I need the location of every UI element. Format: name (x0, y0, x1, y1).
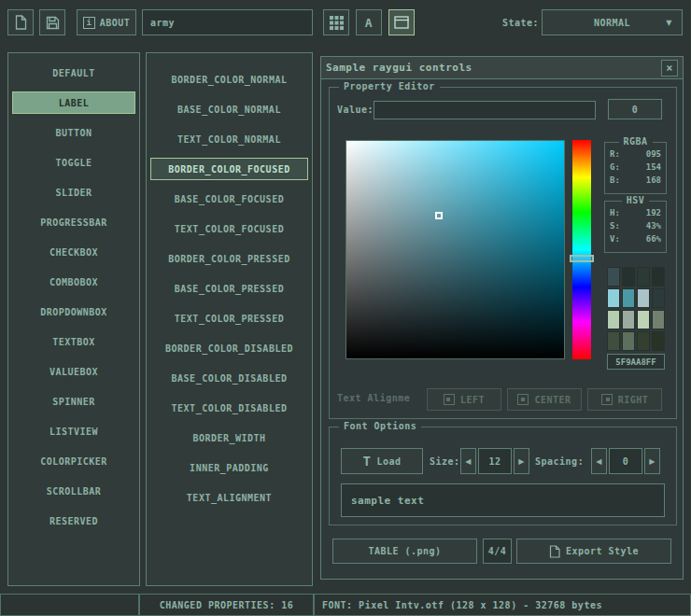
property-item-inner_padding[interactable]: INNER_PADDING (150, 456, 308, 479)
hex-value-box[interactable]: 5F9AA8FF (607, 354, 665, 370)
color-swatch[interactable] (607, 331, 620, 351)
font-load-label: Load (376, 456, 401, 467)
font-icon: A (365, 16, 373, 30)
state-dropdown[interactable]: NORMAL ▼ (542, 9, 683, 35)
property-item-border_width[interactable]: BORDER_WIDTH (150, 427, 308, 449)
picker-cursor[interactable] (435, 212, 443, 219)
window-titlebar[interactable]: Sample raygui controls × (321, 57, 683, 79)
hue-slider-handle[interactable] (570, 255, 594, 262)
property-item-base_color_pressed[interactable]: BASE_COLOR_PRESSED (150, 277, 308, 300)
color-swatch[interactable] (622, 310, 635, 329)
size-value-box[interactable]: 12 (478, 448, 512, 474)
control-item-checkbox[interactable]: CHECKBOX (12, 241, 135, 263)
color-swatch[interactable] (652, 310, 665, 329)
grid-view-button[interactable] (323, 9, 349, 35)
control-item-textbox[interactable]: TEXTBOX (12, 330, 135, 353)
color-picker[interactable] (346, 140, 565, 359)
font-options-group: Font Options T Load Size: ◀ 12 ▶ Spacing… (329, 427, 677, 525)
arrow-right-icon: ▶ (649, 457, 656, 466)
property-item-text_color_focused[interactable]: TEXT_COLOR_FOCUSED (150, 217, 308, 240)
save-style-button[interactable] (39, 9, 65, 35)
swatch-grid (607, 267, 665, 351)
export-style-label: Export Style (566, 546, 639, 556)
property-item-base_color_disabled[interactable]: BASE_COLOR_DISABLED (150, 367, 308, 389)
align-left-button[interactable]: LEFT (427, 388, 501, 411)
control-item-reserved[interactable]: RESERVED (12, 510, 135, 532)
property-item-text_color_normal[interactable]: TEXT_COLOR_NORMAL (150, 128, 308, 150)
color-swatch[interactable] (622, 288, 635, 308)
state-value: NORMAL (594, 18, 630, 28)
spacing-value-box[interactable]: 0 (609, 448, 642, 474)
size-increment-button[interactable]: ▶ (514, 448, 529, 474)
color-swatch[interactable] (637, 310, 650, 329)
control-item-scrollbar[interactable]: SCROLLBAR (12, 480, 135, 502)
statusbar-changed-properties: CHANGED PROPERTIES: 16 (139, 594, 314, 616)
property-item-base_color_normal[interactable]: BASE_COLOR_NORMAL (150, 98, 308, 120)
export-format-dropdown[interactable]: TABLE (.png) (332, 539, 477, 564)
color-swatch[interactable] (652, 288, 665, 308)
control-item-button[interactable]: BUTTON (12, 121, 135, 144)
sample-text: sample text (351, 495, 424, 507)
control-item-combobox[interactable]: COMBOBOX (12, 271, 135, 293)
control-item-listview[interactable]: LISTVIEW (12, 420, 135, 442)
spacing-value: 0 (623, 456, 629, 467)
hue-bar[interactable] (572, 140, 591, 359)
size-decrement-button[interactable]: ◀ (460, 448, 476, 474)
statusbar-font-info: FONT: Pixel Intv.otf (128 x 128) - 32768… (314, 594, 691, 616)
align-center-button[interactable]: CENTER (507, 388, 582, 411)
new-style-button[interactable] (7, 9, 34, 35)
font-load-button[interactable]: T Load (341, 448, 423, 474)
color-swatch[interactable] (607, 310, 620, 329)
property-item-border_color_focused[interactable]: BORDER_COLOR_FOCUSED (150, 158, 308, 180)
property-item-base_color_focused[interactable]: BASE_COLOR_FOCUSED (150, 188, 308, 210)
value-button[interactable]: 0 (608, 99, 662, 119)
control-item-spinner[interactable]: SPINNER (12, 390, 135, 413)
align-right-label: RIGHT (618, 395, 649, 405)
property-item-border_color_disabled[interactable]: BORDER_COLOR_DISABLED (150, 337, 308, 359)
control-item-dropdownbox[interactable]: DROPDOWNBOX (12, 301, 135, 323)
control-item-slider[interactable]: SLIDER (12, 181, 135, 203)
font-view-button[interactable]: A (356, 9, 382, 35)
rgba-blue-row: B:168 (605, 174, 666, 187)
window-view-button[interactable] (388, 9, 415, 35)
size-value: 12 (488, 456, 501, 467)
property-item-text_color_disabled[interactable]: TEXT_COLOR_DISABLED (150, 397, 308, 419)
align-left-icon (444, 394, 455, 405)
color-swatch[interactable] (607, 288, 620, 308)
align-right-icon (601, 394, 613, 405)
export-style-button[interactable]: Export Style (516, 539, 671, 564)
spacing-increment-button[interactable]: ▶ (644, 448, 660, 474)
color-swatch[interactable] (622, 331, 635, 351)
color-swatch[interactable] (652, 267, 665, 287)
spacing-decrement-button[interactable]: ◀ (591, 448, 607, 474)
sample-text-box[interactable]: sample text (341, 483, 665, 517)
format-counter-box[interactable]: 4/4 (483, 539, 512, 564)
font-load-icon: T (362, 454, 371, 469)
property-item-text_color_pressed[interactable]: TEXT_COLOR_PRESSED (150, 307, 308, 329)
controls-list: DEFAULTLABELBUTTONTOGGLESLIDERPROGRESSBA… (7, 52, 140, 586)
close-button[interactable]: × (661, 60, 678, 77)
sample-controls-window: Sample raygui controls × Property Editor… (320, 56, 684, 580)
color-swatch[interactable] (637, 331, 650, 351)
statusbar-left (0, 594, 139, 616)
color-swatch[interactable] (652, 331, 665, 351)
color-swatch[interactable] (607, 267, 620, 287)
property-item-border_color_pressed[interactable]: BORDER_COLOR_PRESSED (150, 247, 308, 270)
property-item-border_color_normal[interactable]: BORDER_COLOR_NORMAL (150, 68, 308, 91)
align-right-button[interactable]: RIGHT (587, 388, 662, 411)
window-icon (394, 16, 409, 29)
style-name-input[interactable] (142, 9, 313, 35)
color-swatch[interactable] (622, 267, 635, 287)
about-button[interactable]: i ABOUT (77, 9, 136, 35)
value-input[interactable] (374, 101, 596, 119)
rgba-title: RGBA (618, 136, 652, 147)
control-item-colorpicker[interactable]: COLORPICKER (12, 450, 135, 472)
control-item-label[interactable]: LABEL (12, 91, 135, 114)
color-swatch[interactable] (637, 288, 650, 308)
control-item-valuebox[interactable]: VALUEBOX (12, 360, 135, 383)
property-item-text_alignment[interactable]: TEXT_ALIGNMENT (150, 486, 308, 509)
control-item-progressbar[interactable]: PROGRESSBAR (12, 211, 135, 233)
control-item-toggle[interactable]: TOGGLE (12, 151, 135, 174)
color-swatch[interactable] (637, 267, 650, 287)
control-item-default[interactable]: DEFAULT (12, 62, 135, 84)
